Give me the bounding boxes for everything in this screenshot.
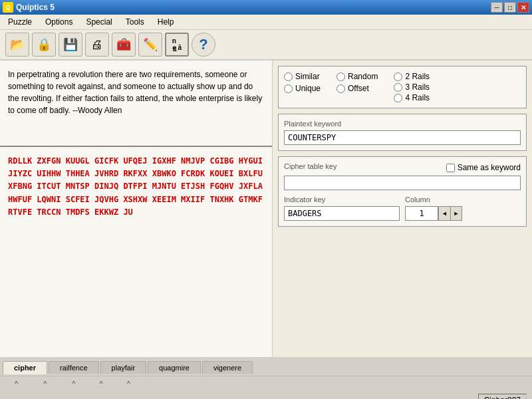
menu-tools[interactable]: Tools (120, 16, 150, 28)
4rails-radio-label[interactable]: 4 Rails (394, 93, 430, 102)
indicator-key-input[interactable] (284, 206, 400, 221)
unique-radio[interactable] (284, 84, 293, 93)
column-label: Column (405, 196, 521, 203)
plaintext-keyword-label: Plaintext keyword (284, 120, 521, 128)
open-button[interactable]: 📂 (5, 33, 29, 57)
plaintext-keyword-group: Plaintext keyword (278, 114, 527, 151)
tools-button[interactable]: 🧰 (112, 33, 136, 57)
menu-puzzle[interactable]: Puzzle (3, 16, 37, 28)
2rails-radio[interactable] (394, 72, 402, 81)
status-text: Cipher007 (478, 394, 527, 400)
quote-area: In perpetrating a revolution there are t… (0, 61, 272, 147)
tab-playfair[interactable]: playfair (100, 361, 146, 374)
menu-special[interactable]: Special (80, 16, 117, 28)
offset-radio[interactable] (336, 84, 345, 93)
tab-railfence[interactable]: railfence (49, 361, 99, 374)
tab-arrows-row: ^ ^ ^ ^ ^ (0, 376, 532, 390)
random-radio[interactable] (336, 72, 345, 81)
help-button[interactable]: ? (192, 33, 215, 57)
column-decrement-button[interactable]: ◄ (438, 206, 450, 221)
minimize-button[interactable]: ─ (491, 2, 503, 13)
tab-vigenere[interactable]: vigenere (202, 361, 253, 374)
same-as-keyword-checkbox[interactable] (446, 164, 455, 172)
lock-button[interactable]: 🔒 (32, 33, 56, 57)
cipher-table-key-group: Cipher table key Same as keyword Indicat… (278, 156, 527, 227)
right-panel: Similar Unique Random (273, 61, 532, 357)
close-button[interactable]: ✕ (517, 2, 529, 13)
3rails-radio[interactable] (394, 83, 402, 92)
toolbar: 📂 🔒 💾 🖨 🧰 ✏️ ne̲ ā ? (0, 30, 532, 61)
cipher-area: RDLLK ZXFGN KUUGL GICFK UFQEJ IGXHF NMJV… (0, 147, 272, 357)
cipher-table-key-input[interactable] (284, 176, 521, 190)
tabs-bar: cipher railfence playfair quagmire vigen… (0, 357, 532, 376)
unique-radio-label[interactable]: Unique (284, 84, 321, 93)
menu-bar: Puzzle Options Special Tools Help (0, 15, 532, 30)
same-as-keyword-label: Same as keyword (458, 163, 521, 172)
app-icon: Q (3, 2, 13, 13)
edit-button[interactable]: ✏️ (138, 33, 162, 57)
save-button[interactable]: 💾 (59, 33, 82, 57)
print-button[interactable]: 🖨 (85, 33, 109, 57)
column-increment-button[interactable]: ► (450, 206, 462, 221)
similar-radio-label[interactable]: Similar (284, 72, 320, 81)
cipher-options-group: Similar Unique Random (278, 66, 527, 108)
indicator-key-label: Indicator key (284, 196, 400, 203)
plaintext-keyword-input[interactable] (284, 130, 521, 145)
main-content: In perpetrating a revolution there are t… (0, 61, 532, 357)
quote-text: In perpetrating a revolution there are t… (8, 70, 262, 115)
left-panel: In perpetrating a revolution there are t… (0, 61, 273, 357)
column-input[interactable] (405, 206, 438, 221)
arrow-vigenere[interactable]: ^ (115, 380, 142, 388)
maximize-button[interactable]: □ (504, 2, 516, 13)
menu-help[interactable]: Help (152, 16, 180, 28)
letters-button[interactable]: ne̲ ā (165, 33, 189, 57)
tab-cipher[interactable]: cipher (3, 361, 47, 374)
arrow-playfair[interactable]: ^ (60, 380, 87, 388)
4rails-radio[interactable] (394, 94, 402, 102)
app-title: Quiptics 5 (16, 3, 55, 12)
cipher-text: RDLLK ZXFGN KUUGL GICFK UFQEJ IGXHF NMJV… (8, 156, 263, 217)
menu-options[interactable]: Options (40, 16, 78, 28)
arrow-cipher[interactable]: ^ (3, 380, 30, 388)
2rails-radio-label[interactable]: 2 Rails (394, 72, 430, 81)
random-radio-label[interactable]: Random (336, 72, 378, 81)
similar-radio[interactable] (284, 72, 293, 81)
status-bar: Cipher007 (0, 390, 532, 399)
cipher-table-key-label: Cipher table key (284, 162, 337, 170)
offset-radio-label[interactable]: Offset (336, 84, 369, 93)
title-bar: Q Quiptics 5 ─ □ ✕ (0, 0, 532, 15)
3rails-radio-label[interactable]: 3 Rails (394, 82, 430, 92)
arrow-railfence[interactable]: ^ (30, 380, 60, 388)
arrow-quagmire[interactable]: ^ (88, 380, 115, 388)
tab-quagmire[interactable]: quagmire (148, 361, 201, 374)
